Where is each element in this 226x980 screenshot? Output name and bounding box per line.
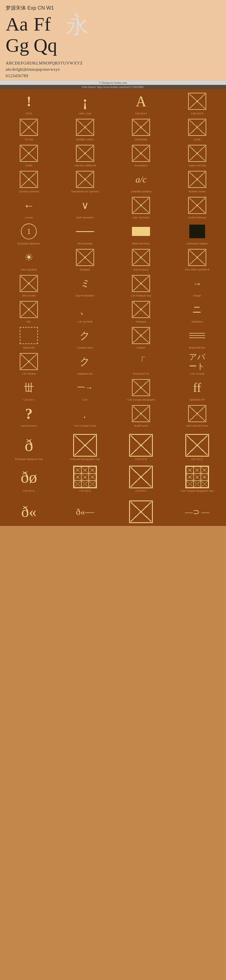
label-katakana-ext: Katakana Ext [77,372,93,375]
cell-cjk-ext-c: CJK Ext C [169,430,225,461]
cell-enc-ideo-sup: Enclosed Ideographic Sup [57,430,113,461]
xbox-ipa [20,119,38,136]
symbol-hiragana [131,300,151,319]
symbol-cjk-compat-forms: ﹒ [75,404,95,423]
cell-cjk-sym: 、 CJK Symbols [57,299,113,324]
cell-final-1: ð« [1,494,57,525]
cell-enclosed-alpha: 1 Enclosed Alphanum [1,220,57,246]
symbol-geo-shapes [187,222,207,241]
xbox-sup-arrows-b [132,249,150,266]
label-vertical-forms: Vertical Forms [21,424,37,428]
cell-modifier: Modifier Letters [57,116,113,142]
header-section: 梦源宋体 Exp CN W1 Aa Ff Gg Qq 永 [0,0,226,59]
label-misc-math-b: Misc Math Symbols B [185,268,209,271]
cell-hiragana: Hiragana [113,299,169,324]
symbol-latin-ext-a: A [131,92,151,111]
xbox-small-forms [132,405,150,422]
cell-kangxi: → Kangxi [169,272,225,298]
cell-final-3 [113,494,169,525]
label-modifier: Modifier Letters [76,138,94,141]
cell-super-sub: Super And Sub [169,142,225,168]
demo-char-qq: Qq [34,35,60,56]
cell-alpha-pf: ff Alphabetic PF [169,377,225,402]
symbol-bopomofo-ext [187,326,207,345]
symbol-control [187,196,207,215]
symbol-misc-math-b [187,248,207,267]
symbol-cjk-compat: アパート [187,352,207,371]
cell-arrows: ← Arrows [1,194,57,220]
cell-ascii: ! ASCII [1,90,57,116]
symbol-ascii: ! [19,92,39,111]
symbol-cjk: 一→ [75,378,95,397]
label-dingbats: Dingbats [80,268,90,271]
symbol-greek [187,118,207,137]
label-latin1sup: Latin 1 Sup [79,112,92,115]
xbox-xl-cjk-ext-b [129,434,153,457]
xbox-pattern-compat-sup [185,466,209,488]
symbol-punctuation [131,144,151,163]
cell-small-forms: Small Forms [113,402,169,428]
cell-cjk-compat-ideo-sup: CJK Compat Ideographs Sup [169,462,225,493]
source-text: Font Source: http://www.fontke.com/font/… [82,86,144,89]
label-katakana: Katakana [192,320,202,323]
label-arrows: Arrows [25,216,33,219]
symbol-latin1sup: ¡ [75,92,95,111]
credit-text: © Design by fontke.com [99,81,127,84]
symbol-cjk-ext-d: ðø [16,466,41,488]
symbol-latin-ext-add [75,144,95,163]
xbox-cjk-strokes [20,353,38,370]
symbol-latin-ext-b [187,92,207,111]
symbol-small-forms [131,404,151,423]
xbox-number-forms [188,171,206,188]
label-block-elem: Block Elements [132,242,150,245]
xbox-latin-ext-b [188,93,206,110]
symbol-cjk-strokes [19,352,39,371]
xbox-xl-final-3 [129,501,153,523]
symbol-cjk-compat-ideo-sup [185,466,210,488]
symbol-diacrit-sym [75,170,95,189]
label-cjk-ext-f: CJK Ext F [135,490,147,493]
xbox-latin-ext-add [76,145,94,162]
cell-cjk-ext-a: 丗 CJK Ext A [1,377,57,402]
label-misc-tech: Misc Technical [133,216,149,219]
symbol-final-1: ð« [16,501,41,523]
cell-latin-ext-a: A Latin Ext A [113,90,169,116]
label-misc-sym: Misc Symbols [21,268,37,271]
demo-char-ff: Ff [34,14,60,35]
label-enc-ideo-sup: Enclosed Ideographic Sup [70,458,100,461]
cell-cjk-ext-f: CJK Ext F [113,462,169,493]
symbol-cjk-ext-b [128,434,153,457]
label-latin-ext-a: Latin Ext A [135,112,147,115]
demo-char-aa: Aa [6,14,33,35]
symbol-enc-alpha-sup: ð [16,434,41,457]
font-title: 梦源宋体 Exp CN W1 [6,5,220,11]
label-currency: Currency Symbols [18,190,39,193]
label-ascii: ASCII [25,112,32,115]
label-diacrit-sym: Diacriticals For Symbols [71,190,99,193]
symbol-katakana-ext: ク [75,352,95,371]
label-enclosed-cjk: Enclosed CJK [133,372,149,375]
symbol-misc-tech [131,196,151,215]
label-control: Control Pictures [188,216,206,219]
symbol-cyrillic [19,144,39,163]
symbol-katakana: ニ [187,300,207,319]
label-small-forms: Small Forms [134,424,148,428]
label-kangxi: Kangxi [193,294,201,298]
symbol-misc-arrows [19,274,39,293]
symbol-kanbun [131,326,151,345]
label-bopomofo: Bopomofo [23,346,35,349]
cell-ipa: IPA Ext [1,116,57,142]
xbox-hiragana [132,301,150,318]
label-cjk-ext-d: CJK Ext D [23,490,35,493]
xbox-greek [188,119,206,136]
cell-latin1sup: ¡ Latin 1 Sup [57,90,113,116]
label-math-ops: Math Operators [76,216,94,219]
label-cjk-strokes: CJK Strokes [22,372,36,375]
symbol-cjk-rad-sup [131,274,151,293]
digits: 0123456789 [6,73,220,79]
cell-misc-sym: ☀ Misc Symbols [1,247,57,272]
label-sup-arrows-b: Sup Arrows B [133,268,149,271]
symbol-sup-punct: ミ [75,274,95,293]
label-hiragana: Hiragana [136,320,146,323]
label-letterlike: Letterlike Symbols [131,190,152,193]
